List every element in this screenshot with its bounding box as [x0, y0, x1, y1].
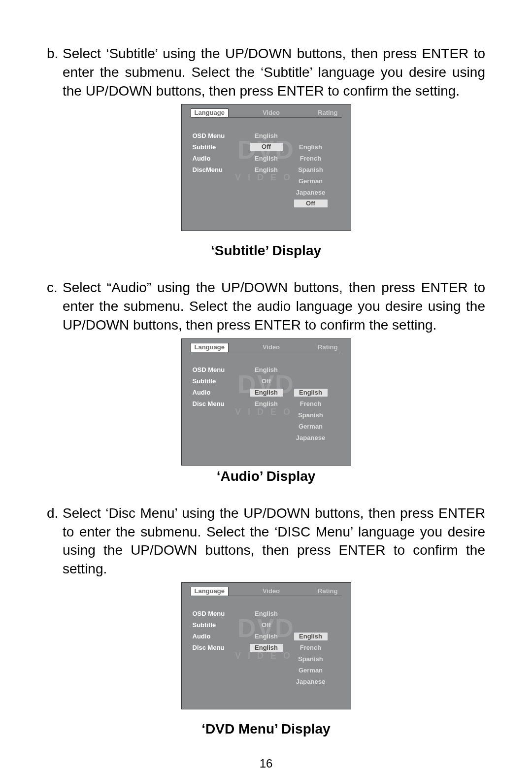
- osd-option: English: [291, 633, 331, 640]
- osd-row: Subtitle Off English: [193, 142, 340, 151]
- osd-tab-rating: Rating: [314, 108, 341, 117]
- osd-row-label: Subtitle: [193, 621, 247, 629]
- osd-row: OSD Menu English: [193, 131, 340, 140]
- osd-option: German: [291, 667, 331, 674]
- osd-subtitle-display: Language Video Rating DVD VIDEO OSD Menu…: [47, 104, 485, 231]
- osd-row: Disc Menu English French: [193, 643, 340, 652]
- osd-row-label: OSD Menu: [193, 132, 247, 139]
- osd-value-highlight: English: [250, 644, 283, 652]
- paragraph-body-d: Select ‘Disc Menu’ using the UP/DOWN but…: [63, 504, 485, 578]
- osd-value-highlight: Off: [250, 143, 283, 151]
- osd-tab-rating: Rating: [314, 343, 341, 352]
- osd-option: Spanish: [291, 655, 331, 663]
- osd-row-value: Off: [247, 143, 286, 151]
- osd-row: Subtitle Off: [193, 621, 340, 630]
- paragraph-label-d: d.: [47, 504, 63, 578]
- osd-row-value: English: [247, 610, 286, 617]
- osd-row-label: OSD Menu: [193, 610, 247, 617]
- osd-option: French: [291, 155, 331, 162]
- osd-row: German: [193, 422, 340, 431]
- subtitle-caption: ‘Subtitle’ Display: [47, 243, 485, 259]
- osd-screen: Language Video Rating DVD VIDEO OSD Menu…: [181, 338, 351, 466]
- osd-row-value: Off: [247, 377, 286, 385]
- osd-screen: Language Video Rating DVD VIDEO OSD Menu…: [181, 104, 351, 231]
- osd-row-value: English: [247, 155, 286, 162]
- paragraph-label-b: b.: [47, 44, 63, 100]
- osd-option: Spanish: [291, 411, 331, 419]
- osd-row: OSD Menu English: [193, 609, 340, 618]
- osd-row-value: English: [247, 400, 286, 407]
- osd-row: Subtitle Off: [193, 377, 340, 386]
- osd-row-label: Audio: [193, 389, 247, 396]
- audio-caption: ‘Audio’ Display: [47, 469, 485, 484]
- osd-body: OSD Menu English Subtitle Off Audio Engl…: [193, 366, 340, 456]
- osd-body: OSD Menu English Subtitle Off Audio Engl…: [193, 609, 340, 700]
- osd-row-label: Subtitle: [193, 143, 247, 151]
- osd-row-label: Disc Menu: [193, 400, 247, 407]
- osd-row-label: Subtitle: [193, 377, 247, 385]
- osd-body: OSD Menu English Subtitle Off English Au…: [193, 131, 340, 222]
- osd-row-label: Audio: [193, 633, 247, 640]
- osd-option: English: [291, 143, 331, 151]
- osd-tab-video: Video: [229, 343, 314, 352]
- osd-option-highlight: English: [294, 633, 328, 640]
- osd-tabs: Language Video Rating: [191, 343, 342, 352]
- osd-row: Off: [193, 199, 340, 208]
- osd-option: German: [291, 177, 331, 185]
- osd-tab-language: Language: [191, 587, 229, 596]
- osd-option-highlight: Off: [294, 200, 328, 207]
- osd-row-value: English: [247, 644, 286, 652]
- osd-row: DiscMenu English Spanish: [193, 165, 340, 174]
- osd-row-label: Disc Menu: [193, 644, 247, 651]
- osd-row: Audio English English: [193, 632, 340, 641]
- osd-row: OSD Menu English: [193, 366, 340, 374]
- osd-row: Disc Menu English French: [193, 400, 340, 408]
- osd-row-label: DiscMenu: [193, 166, 247, 173]
- osd-discmenu-display: Language Video Rating DVD VIDEO OSD Menu…: [47, 582, 485, 709]
- osd-option: Spanish: [291, 166, 331, 173]
- osd-tab-video: Video: [229, 108, 314, 117]
- osd-screen: Language Video Rating DVD VIDEO OSD Menu…: [181, 582, 351, 709]
- osd-tab-video: Video: [229, 587, 314, 596]
- osd-row-value: English: [247, 132, 286, 139]
- osd-row: Japanese: [193, 677, 340, 686]
- osd-option: Japanese: [291, 189, 331, 196]
- osd-row: Spanish: [193, 655, 340, 664]
- osd-row: Audio English French: [193, 154, 340, 163]
- osd-audio-display: Language Video Rating DVD VIDEO OSD Menu…: [47, 338, 485, 466]
- osd-option: Off: [291, 200, 331, 207]
- osd-tab-rating: Rating: [314, 587, 341, 596]
- osd-row-value: English: [247, 389, 286, 397]
- osd-row: Audio English English: [193, 388, 340, 397]
- osd-row: German: [193, 176, 340, 185]
- osd-option: French: [291, 400, 331, 407]
- osd-tab-language: Language: [191, 108, 229, 117]
- dvdmenu-caption: ‘DVD Menu’ Display: [47, 721, 485, 737]
- osd-row-value: Off: [247, 621, 286, 629]
- osd-option: English: [291, 389, 331, 397]
- osd-row-label: OSD Menu: [193, 366, 247, 373]
- osd-option: German: [291, 423, 331, 430]
- osd-value-highlight: English: [250, 389, 283, 397]
- osd-row: Spanish: [193, 411, 340, 420]
- paragraph-c: c. Select “Audio” using the UP/DOWN butt…: [47, 278, 485, 334]
- paragraph-b: b. Select ‘Subtitle’ using the UP/DOWN b…: [47, 44, 485, 100]
- osd-option: French: [291, 644, 331, 651]
- osd-row-value: English: [247, 633, 286, 640]
- osd-option: Japanese: [291, 678, 331, 685]
- osd-divider: [191, 596, 342, 596]
- osd-divider: [191, 352, 342, 352]
- osd-row-label: Audio: [193, 155, 247, 162]
- osd-row: German: [193, 666, 340, 675]
- manual-page: b. Select ‘Subtitle’ using the UP/DOWN b…: [0, 0, 532, 770]
- paragraph-label-c: c.: [47, 278, 63, 334]
- paragraph-body-c: Select “Audio” using the UP/DOWN buttons…: [63, 278, 485, 334]
- osd-option-highlight: English: [294, 389, 328, 397]
- osd-row: Japanese: [193, 434, 340, 442]
- osd-row-value: English: [247, 366, 286, 373]
- paragraph-body-b: Select ‘Subtitle’ using the UP/DOWN butt…: [63, 44, 485, 100]
- page-number: 16: [47, 757, 485, 770]
- osd-tabs: Language Video Rating: [191, 108, 342, 117]
- osd-row: Japanese: [193, 188, 340, 197]
- osd-option: Japanese: [291, 434, 331, 441]
